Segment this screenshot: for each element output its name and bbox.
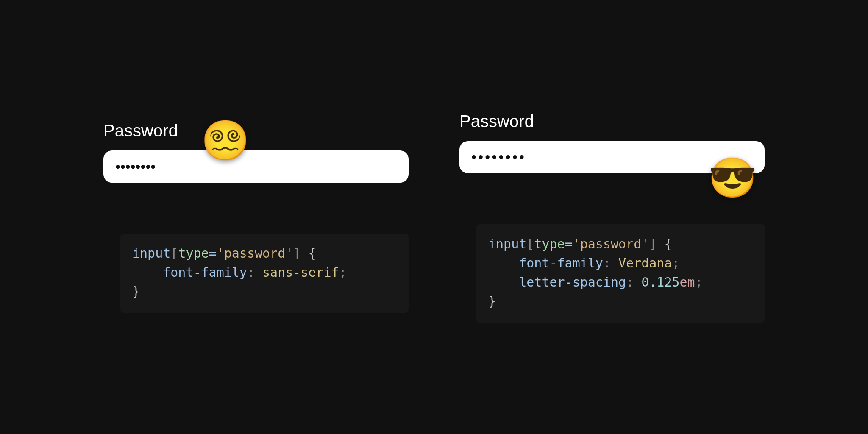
code-punct: ] [293,246,300,261]
code-punct: [ [526,236,534,251]
code-attr: type [534,236,565,251]
code-punct: : [626,275,634,289]
code-prop: font-family [519,256,603,270]
example-sans-serif: Password 😵‍💫 input[type='password'] { fo… [103,121,409,313]
input-wrap-left: 😵‍💫 [103,150,409,183]
code-brace: } [488,294,496,309]
code-selector: input [132,246,170,261]
code-punct: : [247,265,255,280]
code-punct: ; [695,275,703,289]
code-unit: em [680,275,695,289]
code-punct: ; [672,256,680,270]
code-prop: font-family [163,265,247,280]
code-punct: : [603,256,611,270]
code-punct: [ [170,246,178,261]
code-prop: letter-spacing [519,275,626,289]
code-value: Verdana [618,256,672,270]
code-op: = [565,236,573,251]
code-op: = [209,246,217,261]
code-block-left: input[type='password'] { font-family: sa… [120,234,409,313]
code-block-right: input[type='password'] { font-family: Ve… [476,224,765,323]
code-value: sans-serif [262,265,339,280]
password-label-left: Password [103,121,409,140]
code-punct: ] [649,236,657,251]
example-verdana: Password 😎 input[type='password'] { font… [459,112,765,323]
password-label-right: Password [459,112,765,131]
code-number: 0.125 [641,275,679,289]
code-brace: { [308,246,316,261]
code-selector: input [488,236,526,251]
password-input-left[interactable] [103,150,409,183]
dizzy-face-icon: 😵‍💫 [201,121,250,160]
sunglasses-face-icon: 😎 [708,158,757,197]
input-wrap-right: 😎 [459,141,765,173]
code-attr: type [178,246,209,261]
code-brace: { [664,236,672,251]
code-brace: } [132,284,140,299]
code-string: 'password' [573,236,649,251]
code-punct: ; [339,265,347,280]
code-string: 'password' [217,246,293,261]
